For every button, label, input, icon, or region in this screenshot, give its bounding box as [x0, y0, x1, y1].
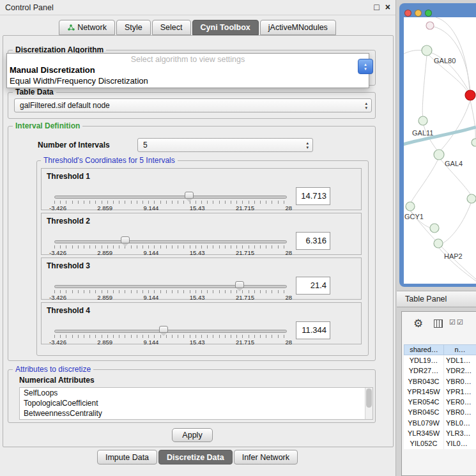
network-node[interactable] — [426, 22, 434, 29]
float-window-icon[interactable]: □ — [374, 2, 379, 12]
dropdown-option-manual[interactable]: Manual Discretization — [7, 65, 369, 75]
slider-handle[interactable] — [121, 236, 130, 243]
table-data-combobox[interactable]: galFiltered.sif default node ▴ ▾ — [14, 98, 372, 112]
threshold-2-slider[interactable] — [52, 236, 289, 250]
cell[interactable]: YIL0… — [444, 438, 476, 449]
threshold-value-field[interactable]: 6.316 — [296, 232, 330, 250]
threshold-value-field[interactable]: 11.344 — [296, 321, 330, 339]
slider-ticks — [54, 290, 287, 293]
list-item[interactable]: TopologicalCoefficient — [20, 398, 372, 408]
cell[interactable]: YPR145W — [404, 387, 444, 397]
node-table-window: ⚙ ☑ ☑ shared… n… YDL19…YDL1… YDR27…YDR2…… — [401, 311, 476, 476]
list-item[interactable]: SelfLoops — [20, 388, 372, 398]
gear-icon[interactable]: ⚙ — [413, 317, 423, 330]
slider-handle[interactable] — [185, 192, 194, 199]
network-canvas[interactable]: GAL80 GAL11 GAL4 GCY1 HAP2 — [404, 17, 476, 284]
table-row[interactable]: YDL19…YDL1… — [404, 355, 476, 365]
cell[interactable]: YBL0… — [444, 418, 476, 428]
list-item[interactable]: BetweennessCentrality — [20, 408, 372, 418]
table-row[interactable]: YPR145WYPR1… — [404, 387, 476, 397]
close-icon[interactable]: × — [385, 2, 390, 12]
threshold-value-field[interactable]: 14.713 — [296, 187, 330, 205]
minimize-traffic-light[interactable] — [415, 10, 422, 17]
table-row[interactable]: YER054CYER0… — [404, 397, 476, 407]
network-node[interactable] — [430, 224, 439, 233]
slider-track[interactable] — [54, 330, 287, 333]
network-edge — [410, 211, 476, 279]
close-traffic-light[interactable] — [404, 10, 411, 17]
tab-cyni-toolbox[interactable]: Cyni Toolbox — [192, 20, 259, 35]
network-node-selected[interactable] — [465, 90, 475, 100]
scrollbar-thumb[interactable] — [366, 388, 372, 408]
slider-handle[interactable] — [235, 281, 244, 288]
network-node-gcy1[interactable] — [406, 202, 415, 211]
cell[interactable]: YBR045C — [404, 407, 444, 417]
slider-track[interactable] — [54, 285, 287, 288]
algorithm-dropdown-popup: Select algorithm to view settings Manual… — [6, 53, 369, 88]
table-row[interactable]: YBL079WYBL0… — [404, 418, 476, 428]
cell[interactable]: YBR043C — [404, 376, 444, 387]
screen: Control Panel □ × Network Style Select C… — [0, 0, 476, 476]
cell[interactable]: YLR3… — [444, 428, 476, 438]
dropdown-option-equal-width[interactable]: Equal Width/Frequency Discretization — [7, 75, 369, 86]
cell[interactable]: YLR345W — [404, 428, 444, 438]
slider-ticks — [54, 245, 287, 249]
tab-impute-data[interactable]: Impute Data — [97, 450, 157, 464]
bottom-tab-bar: Impute Data Discretize Data Infer Networ… — [0, 450, 396, 464]
cell[interactable]: YIL052C — [404, 438, 444, 449]
network-node[interactable] — [467, 194, 476, 203]
scale-label: 21.715 — [236, 339, 254, 346]
scale-label: 28 — [285, 294, 292, 301]
checkbox-icon[interactable]: ☑ — [457, 318, 463, 326]
control-panel-titlebar[interactable]: Control Panel □ × — [0, 0, 395, 15]
num-intervals-combobox[interactable]: 5 ▴ ▾ — [137, 138, 313, 152]
table-row[interactable]: YDR27…YDR2… — [404, 365, 476, 376]
list-scrollbar[interactable] — [365, 388, 372, 419]
slider-track[interactable] — [54, 240, 287, 243]
table-panel-header[interactable]: Table Panel — [397, 291, 476, 307]
threshold-4-slider[interactable] — [52, 326, 289, 340]
table-row[interactable]: YLR345WYLR3… — [404, 428, 476, 438]
tab-label: Discretize Data — [167, 453, 224, 462]
threshold-3-slider[interactable] — [52, 281, 289, 295]
tab-jactivemnodules[interactable]: jActiveMNodules — [260, 20, 336, 35]
cell[interactable]: YDL19… — [404, 355, 444, 365]
numerical-attributes-list[interactable]: SelfLoops TopologicalCoefficient Between… — [19, 387, 373, 420]
columns-icon[interactable] — [434, 319, 443, 328]
threshold-value-field[interactable]: 21.4 — [296, 277, 330, 295]
cell[interactable]: YER0… — [444, 397, 476, 407]
apply-button[interactable]: Apply — [172, 428, 213, 442]
tab-infer-network[interactable]: Infer Network — [234, 450, 298, 464]
tab-discretize-data[interactable]: Discretize Data — [158, 450, 233, 464]
cell[interactable]: YPR1… — [444, 387, 476, 397]
tab-style[interactable]: Style — [116, 20, 151, 35]
cell[interactable]: YBR0… — [444, 376, 476, 387]
threshold-1-slider[interactable] — [52, 192, 289, 206]
algorithm-combobox-arrows[interactable]: ▴ ▾ — [358, 59, 373, 74]
network-node-gal4[interactable] — [434, 150, 444, 160]
network-node[interactable] — [472, 139, 476, 146]
tab-select[interactable]: Select — [152, 20, 191, 35]
zoom-traffic-light[interactable] — [425, 10, 432, 17]
cell[interactable]: YBL079W — [404, 418, 444, 428]
network-node-hap2[interactable] — [434, 239, 443, 248]
network-node-gal11[interactable] — [418, 116, 427, 125]
cell[interactable]: YDL1… — [444, 355, 476, 365]
cell[interactable]: YDR2… — [444, 365, 476, 376]
network-view-window[interactable]: GAL80 GAL11 GAL4 GCY1 HAP2 — [399, 3, 476, 287]
checkbox-icon[interactable]: ☑ — [449, 318, 456, 326]
window-title: Control Panel — [5, 3, 54, 12]
column-header-shared-name[interactable]: shared… — [404, 344, 444, 355]
cell[interactable]: YBR0… — [444, 407, 476, 417]
table-row[interactable]: YIL052CYIL0… — [404, 438, 476, 449]
tab-network[interactable]: Network — [59, 20, 115, 35]
table-row[interactable]: YBR043CYBR0… — [404, 376, 476, 387]
slider-handle[interactable] — [159, 326, 168, 333]
cell[interactable]: YDR27… — [404, 365, 444, 376]
slider-track[interactable] — [54, 196, 287, 199]
column-header-name[interactable]: n… — [444, 344, 476, 355]
arrow-up-icon: ▴ — [306, 141, 309, 145]
network-node-gal80[interactable] — [422, 45, 432, 56]
table-row[interactable]: YBR045CYBR0… — [404, 407, 476, 417]
cell[interactable]: YER054C — [404, 397, 444, 407]
